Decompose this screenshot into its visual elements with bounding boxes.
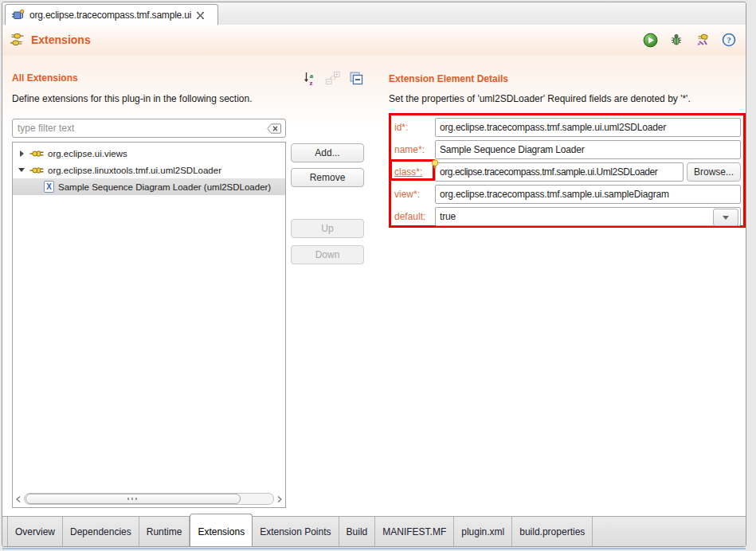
tab-build[interactable]: Build [339,517,376,546]
tab-build-properties[interactable]: build.properties [512,517,593,546]
default-combo[interactable] [435,207,741,226]
form-body: All Extensions a z [2,55,746,516]
lightbulb-icon [431,159,439,169]
filter-box [12,119,286,138]
name-input[interactable] [435,140,741,159]
window-bottom-accent [2,548,746,549]
chevron-right-icon[interactable] [17,150,26,157]
id-field-row: id*: [394,118,408,137]
all-extensions-description: Define extensions for this plug-in in th… [12,93,253,104]
editor-tab[interactable]: org.eclipse.tracecompass.tmf.sample.ui [5,4,218,25]
name-field-row: name*: [394,140,425,159]
tree-row[interactable]: org.eclipse.linuxtools.tmf.ui.uml2SDLoad… [13,162,285,178]
class-label-link[interactable]: class*: [394,166,422,178]
tab-overview[interactable]: Overview [7,517,63,546]
plugin-tools-icon[interactable] [694,31,711,49]
scroll-right-icon[interactable] [276,496,284,502]
expand-collapse-icon [326,72,340,84]
help-icon[interactable]: ? [720,31,738,49]
tab-runtime[interactable]: Runtime [139,517,190,546]
details-section-header: Extension Element Details [389,71,746,85]
header-toolbar: ? [641,25,738,55]
up-button[interactable]: Up [291,219,364,238]
tree-row-selected[interactable]: X Sample Sequence Diagram Loader (uml2SD… [13,178,285,195]
details-description: Set the properties of 'uml2SDLoader' Req… [389,93,746,104]
svg-text:X: X [46,182,52,191]
scrollbar-track[interactable] [24,493,274,505]
id-input[interactable] [435,118,741,137]
page-title: Extensions [31,33,91,46]
combo-dropdown-icon[interactable] [713,209,738,226]
plugin-icon [12,9,25,21]
view-field-row: view*: [394,185,420,204]
run-icon[interactable] [641,31,659,49]
class-input[interactable] [435,162,684,182]
extension-icon [29,149,44,158]
editor-tab-title: org.eclipse.tracecompass.tmf.sample.ui [29,10,191,21]
id-label: id*: [394,122,408,133]
default-combo-input[interactable] [435,207,741,226]
tree-row-label: org.eclipse.linuxtools.tmf.ui.uml2SDLoad… [48,166,221,175]
tab-plugin-xml[interactable]: plugin.xml [454,517,512,546]
view-label: view*: [394,189,420,200]
view-input[interactable] [435,185,741,204]
browse-button[interactable]: Browse... [687,162,741,182]
sort-alphabetically-icon[interactable]: a z [304,71,316,85]
tab-manifest-mf[interactable]: MANIFEST.MF [375,517,454,546]
all-extensions-toolbar: a z [304,71,363,85]
svg-text:z: z [310,79,313,86]
filter-input[interactable] [13,123,267,134]
xml-element-icon: X [44,181,54,193]
add-button[interactable]: Add... [291,143,364,162]
editor-area: org.eclipse.tracecompass.tmf.sample.ui [2,2,746,547]
debug-icon[interactable] [668,31,685,49]
all-extensions-section-header: All Extensions a z [12,71,363,85]
default-label: default: [394,211,425,222]
down-button[interactable]: Down [291,245,364,264]
tree-row[interactable]: org.eclipse.ui.views [13,145,285,162]
chevron-down-icon[interactable] [17,168,26,172]
svg-text:?: ? [727,35,731,45]
remove-button[interactable]: Remove [291,168,364,187]
details-title: Extension Element Details [389,73,508,84]
tab-extensions[interactable]: Extensions [190,514,253,546]
extensions-tree[interactable]: org.eclipse.ui.views org.eclipse.linuxto… [12,142,286,508]
tree-horizontal-scrollbar[interactable] [14,493,284,505]
class-field-row: class*: [394,162,422,182]
tree-row-label: Sample Sequence Diagram Loader (uml2SDLo… [58,182,271,192]
extensions-icon [10,33,25,47]
bottom-tab-bar: Overview Dependencies Runtime Extensions… [2,516,746,546]
close-icon[interactable] [196,11,205,20]
collapse-all-icon[interactable] [350,72,363,85]
tab-extension-points[interactable]: Extension Points [253,517,339,546]
editor-tab-bar: org.eclipse.tracecompass.tmf.sample.ui [2,2,746,25]
default-field-row: default: [394,207,425,226]
name-label: name*: [394,144,425,155]
extension-icon [29,166,44,175]
clear-filter-icon[interactable] [267,123,281,134]
form-header: Extensions [2,25,746,56]
tab-dependencies[interactable]: Dependencies [63,517,139,546]
scrollbar-thumb[interactable] [25,494,241,504]
tree-row-label: org.eclipse.ui.views [48,149,127,158]
eclipse-window: org.eclipse.tracecompass.tmf.sample.ui [0,0,756,551]
all-extensions-title: All Extensions [12,72,78,84]
scroll-left-icon[interactable] [14,496,22,502]
